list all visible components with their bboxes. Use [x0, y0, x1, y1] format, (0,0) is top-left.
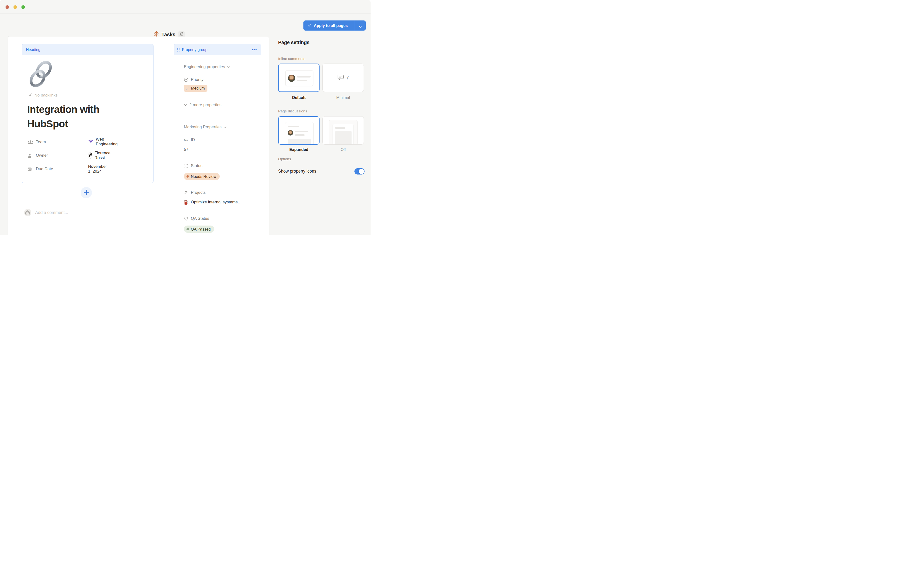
property-row-owner[interactable]: Owner Florence Rossi [28, 152, 48, 159]
chevron-down-icon [224, 125, 227, 130]
property-row-team[interactable]: Team Web Engineering [28, 139, 46, 146]
calendar-icon [28, 167, 34, 171]
person-icon [28, 154, 34, 158]
more-menu-icon[interactable]: ••• [251, 44, 257, 55]
page-discussions-label: Page discussions [278, 109, 307, 114]
page-discussions-off-option[interactable] [322, 116, 364, 145]
property-label: Priority [191, 77, 204, 82]
section-title: Engineering properties [184, 64, 225, 69]
property-row-status[interactable]: Status [184, 163, 203, 169]
section-title: Marketing Properties [184, 125, 222, 130]
property-group-card[interactable]: Property group ••• Engineering propertie… [174, 44, 261, 235]
property-label: Status [191, 163, 203, 168]
status-spinner-icon [184, 164, 191, 168]
property-label: Team [36, 139, 46, 144]
owner-value: Florence Rossi [94, 151, 112, 160]
inline-comments-minimal-option[interactable]: 7 [322, 64, 364, 92]
needle-icon [185, 86, 190, 91]
property-row-qa-status[interactable]: QA Status [184, 215, 209, 222]
check-icon [308, 23, 311, 28]
add-block-button[interactable] [81, 187, 92, 198]
priority-tag[interactable]: Medium [184, 85, 207, 92]
projects-value-link[interactable]: Optimize internal systems… [191, 200, 242, 205]
status-spinner-icon [184, 216, 191, 221]
property-group-label: Property group [182, 48, 207, 52]
database-title: Tasks [161, 32, 176, 37]
property-label: Due Date [36, 166, 53, 171]
priority-value: Medium [191, 86, 205, 91]
option-label-default: Default [278, 95, 319, 100]
chain-link-icon [28, 61, 54, 88]
arrow-down-left-icon [28, 93, 32, 98]
chevron-down-icon[interactable] [359, 24, 362, 29]
id-value[interactable]: 57 [184, 147, 188, 152]
app-window: Cancel Tasks [0, 0, 370, 235]
traffic-light-close-icon[interactable] [6, 5, 9, 9]
heading-block-header: Heading [22, 44, 153, 55]
comment-bubble-icon [337, 74, 344, 82]
backlinks-row[interactable]: No backlinks [28, 93, 57, 98]
plus-icon [83, 189, 89, 196]
page-title[interactable]: Integration with HubSpot [27, 102, 136, 131]
numbering-icon: № [184, 138, 188, 142]
options-label: Options [278, 157, 291, 161]
toolbar: Cancel Tasks [0, 14, 370, 37]
comment-input-row[interactable]: Add a comment... [24, 209, 68, 216]
chevron-down-icon [227, 64, 230, 69]
more-properties-label: 2 more properties [189, 102, 221, 107]
property-label: Projects [191, 190, 206, 195]
section-marketing-properties[interactable]: Marketing Properties [184, 124, 227, 130]
show-property-icons-toggle[interactable] [354, 168, 365, 174]
property-label: QA Status [191, 216, 209, 221]
apply-to-all-pages-button[interactable]: Apply to all pages [303, 21, 366, 30]
status-value: Needs Review [191, 174, 216, 179]
avatar [288, 130, 293, 136]
comment-placeholder: Add a comment... [35, 210, 68, 215]
projects-value-row[interactable]: Optimize internal systems… [184, 199, 242, 206]
page-discussions-expanded-option[interactable] [278, 116, 319, 145]
page-settings-title: Page settings [278, 40, 310, 45]
status-dot-icon [187, 228, 189, 230]
heading-block-label: Heading [26, 48, 40, 52]
team-value-link[interactable]: Web Engineering [96, 137, 118, 147]
window-titlebar [0, 0, 370, 14]
option-label-minimal: Minimal [322, 95, 364, 100]
traffic-light-zoom-icon[interactable] [21, 5, 25, 9]
property-row-priority[interactable]: Priority [184, 77, 204, 83]
fuel-pump-icon [184, 200, 191, 205]
backlinks-label: No backlinks [34, 93, 57, 98]
option-label-expanded: Expanded [278, 147, 319, 152]
florence-avatar [88, 152, 93, 158]
section-engineering-properties[interactable]: Engineering properties [184, 64, 230, 70]
property-label: Owner [36, 153, 48, 158]
more-properties-toggle[interactable]: 2 more properties [184, 102, 221, 108]
toggle-knob [359, 169, 364, 174]
status-dot-icon [187, 175, 189, 178]
due-date-value: November 1, 2024 [88, 164, 107, 174]
option-label-off: Off [322, 147, 364, 152]
property-row-id[interactable]: № ID [184, 137, 195, 143]
property-group-header: Property group ••• [174, 44, 261, 55]
wifi-icon [88, 139, 94, 145]
qa-status-tag[interactable]: QA Passed [184, 226, 214, 233]
property-row-projects[interactable]: Projects [184, 189, 206, 196]
status-tag[interactable]: Needs Review [184, 173, 220, 180]
heading-block-card[interactable]: Heading No backlinks Integration wi [22, 44, 153, 183]
property-row-due-date[interactable]: Due Date November 1, 2024 [28, 166, 53, 172]
avatar [288, 75, 295, 82]
drag-handle-icon[interactable] [177, 48, 179, 51]
commenter-avatar [24, 209, 31, 216]
chevron-down-icon [184, 102, 187, 107]
inline-comments-label: Inline comments [278, 56, 305, 61]
show-property-icons-label: Show property icons [278, 169, 316, 174]
comment-count: 7 [346, 75, 349, 81]
property-label: ID [191, 138, 195, 142]
apply-label: Apply to all pages [314, 23, 348, 28]
qa-status-value: QA Passed [191, 227, 211, 232]
inline-comments-default-option[interactable] [278, 64, 319, 92]
sliders-icon [179, 32, 184, 37]
team-icon [28, 140, 34, 144]
select-icon [184, 77, 191, 82]
arrow-up-right-icon [184, 190, 191, 195]
traffic-light-minimize-icon[interactable] [13, 5, 17, 9]
